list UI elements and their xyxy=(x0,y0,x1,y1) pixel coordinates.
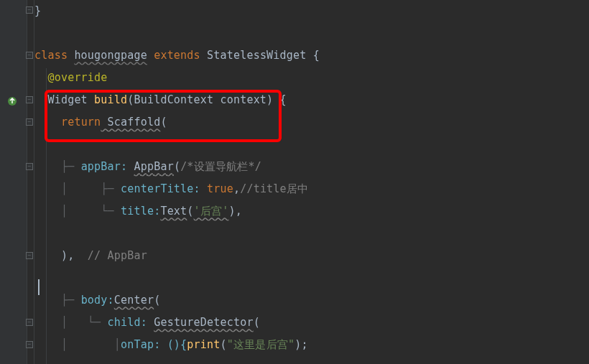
brace: } xyxy=(34,4,41,17)
tree-branch: │ ├─ xyxy=(61,182,121,195)
comma: , xyxy=(233,182,240,195)
comment: /*设置导航栏*/ xyxy=(180,160,261,173)
fold-marker[interactable]: − xyxy=(26,319,33,326)
paren: ( xyxy=(160,116,167,129)
keyword-class: class xyxy=(34,49,68,62)
method-build: build xyxy=(94,93,127,106)
type-appbar: AppBar xyxy=(134,160,174,173)
annotation-override: @override xyxy=(47,71,107,84)
tree-branch: ├─ xyxy=(61,294,81,307)
fold-marker[interactable]: − xyxy=(26,163,33,170)
type-gesturedetector: GestureDetector xyxy=(154,316,253,329)
tree-branch: │ │ xyxy=(61,338,121,351)
paren-close: ), xyxy=(61,249,74,262)
text-caret xyxy=(38,279,40,295)
fold-marker[interactable]: − xyxy=(26,52,33,59)
string-literal: "这里是后宫" xyxy=(227,338,294,351)
comment: //title居中 xyxy=(240,182,308,195)
param-body: body: xyxy=(81,294,114,307)
param-centertitle: centerTitle: xyxy=(121,182,207,195)
type-buildcontext: (BuildContext xyxy=(127,93,213,106)
param-child: child: xyxy=(108,316,154,329)
paren-close: ); xyxy=(294,338,307,351)
paren: ( xyxy=(174,160,180,173)
paren: ( xyxy=(187,205,193,218)
paren: ( xyxy=(254,316,260,329)
param-title: title: xyxy=(121,205,160,218)
type-statelesswidget: StatelessWidget xyxy=(207,49,306,62)
param-appbar: appBar: xyxy=(81,160,134,173)
fold-marker[interactable]: − xyxy=(26,96,33,103)
type-text: Text xyxy=(160,205,187,218)
fold-marker[interactable]: − xyxy=(26,252,33,259)
paren: ( xyxy=(220,338,226,351)
class-name: hougongpage xyxy=(74,49,147,62)
keyword-return: return xyxy=(61,116,101,129)
indent-guide xyxy=(46,68,47,364)
tree-branch: ├─ xyxy=(61,160,81,173)
code-editor[interactable]: } class hougongpage extends StatelessWid… xyxy=(34,0,589,364)
paren: ( xyxy=(154,294,160,307)
comment-closing: // AppBar xyxy=(74,249,147,262)
type-scaffold: Scaffold xyxy=(101,116,160,129)
func-print: print xyxy=(187,338,220,351)
type-center: Center xyxy=(114,294,154,307)
keyword-extends: extends xyxy=(154,49,200,62)
gutter: − − − − − − − − xyxy=(0,0,27,364)
literal-true: true xyxy=(207,182,233,195)
brace: { xyxy=(307,49,320,62)
tree-branch: │ └─ xyxy=(61,205,121,218)
tree-branch: │ └─ xyxy=(61,316,108,329)
paren-close: ), xyxy=(228,205,241,218)
param-context: context) { xyxy=(213,93,287,106)
fold-marker[interactable]: − xyxy=(26,6,33,14)
fold-marker[interactable]: − xyxy=(26,118,33,126)
override-icon[interactable] xyxy=(7,96,17,106)
param-ontap: onTap: (){ xyxy=(121,338,187,351)
string-literal: '后宫' xyxy=(194,205,229,218)
type-widget: Widget xyxy=(47,93,87,106)
fold-marker[interactable]: − xyxy=(26,341,33,348)
